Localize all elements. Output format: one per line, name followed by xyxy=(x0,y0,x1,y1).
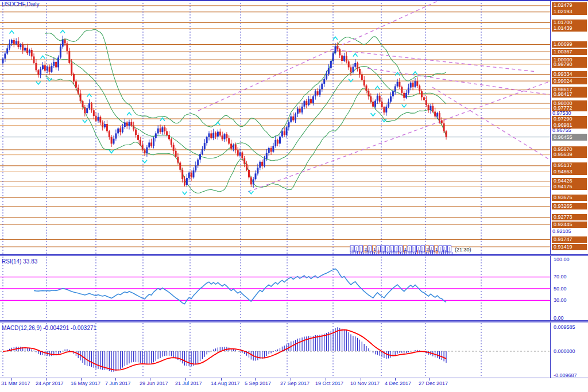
date-label: 10 Nov 2017 xyxy=(350,381,380,386)
sr-level-label: 0.97772 xyxy=(552,105,587,111)
rsi-panel-canvas[interactable] xyxy=(0,257,550,320)
sr-level-label: 0.92773 xyxy=(552,214,587,220)
rsi-macd-separator-light xyxy=(0,321,588,323)
rsi-scale-label: 50.00 xyxy=(554,286,567,292)
rsi-scale-label: 30.00 xyxy=(554,297,567,304)
main-chart-canvas[interactable]: 21121(21:30) xyxy=(0,0,550,254)
price-axis[interactable]: 0.975300.967550.921051.024791.021931.017… xyxy=(550,0,588,392)
macd-scale-label: 0.000000 xyxy=(554,348,575,355)
main-chart-svg[interactable]: 21121(21:30) xyxy=(0,0,550,254)
date-axis[interactable]: 31 Mar 201724 Apr 201716 May 20177 Jun 2… xyxy=(0,378,588,392)
date-label: 27 Dec 2017 xyxy=(419,381,448,386)
rsi-scale-label: 70.00 xyxy=(554,274,567,280)
svg-text:1: 1 xyxy=(435,247,438,252)
sr-level-label: 0.99024 xyxy=(552,78,587,84)
current-price-label: 0.96455 xyxy=(552,134,587,141)
macd-histogram-chart[interactable] xyxy=(0,323,550,377)
date-label: 14 Aug 2017 xyxy=(211,381,240,386)
sr-level-label: 0.93265 xyxy=(552,203,587,209)
sr-level-label: 0.97290 xyxy=(552,116,587,122)
date-label: 5 Sep 2017 xyxy=(245,381,271,386)
sr-level-label: 0.95639 xyxy=(552,152,587,158)
sr-level-label: 0.91747 xyxy=(552,236,587,243)
sr-level-label: 0.92445 xyxy=(552,222,587,228)
chart-window: 21121(21:30) USDCHF,Daily RSI(14) 33.83 … xyxy=(0,0,588,392)
window-top-border xyxy=(0,0,588,1)
date-label: 7 Jun 2017 xyxy=(105,381,131,386)
rsi-line-chart[interactable] xyxy=(0,257,550,320)
sr-level-label: 1.02479 xyxy=(552,2,587,9)
macd-panel-canvas[interactable] xyxy=(0,323,550,377)
main-rsi-separator-light xyxy=(0,255,588,256)
sr-level-label: 1.01439 xyxy=(552,25,587,32)
sr-level-label: 0.99334 xyxy=(552,71,587,77)
date-label: 21 Jul 2017 xyxy=(175,381,202,386)
sr-level-label: 1.02193 xyxy=(552,9,587,15)
date-label: 31 Mar 2017 xyxy=(1,381,30,386)
date-axis-border xyxy=(0,378,588,378)
sr-level-label: 0.94863 xyxy=(552,169,587,175)
svg-text:1: 1 xyxy=(373,247,376,252)
macd-scale-label: 0.009585 xyxy=(554,324,575,331)
sr-level-label: 0.91419 xyxy=(552,244,587,250)
rsi-indicator-label: RSI(14) 33.83 xyxy=(2,258,37,265)
sr-level-label: 1.00699 xyxy=(552,41,587,48)
sr-level-label: 0.99790 xyxy=(552,61,587,68)
sr-level-label: 0.98417 xyxy=(552,91,587,98)
date-label: 19 Oct 2017 xyxy=(315,381,343,386)
price-axis-tick-label: 0.92105 xyxy=(552,228,571,235)
sr-level-label: 0.93675 xyxy=(552,195,587,201)
sr-level-label: 0.95137 xyxy=(552,162,587,169)
date-label: 16 May 2017 xyxy=(71,381,100,386)
date-label: 4 Dec 2017 xyxy=(385,381,411,386)
sr-level-label: 0.96981 xyxy=(552,122,587,129)
candle-timer-label: (21:30) xyxy=(455,247,471,253)
date-label: 29 Jun 2017 xyxy=(140,381,168,386)
chart-title: USDCHF,Daily xyxy=(2,1,40,7)
date-label: 24 Apr 2017 xyxy=(36,381,64,386)
date-label: 27 Sep 2017 xyxy=(280,381,310,386)
rsi-scale-label: 100.00 xyxy=(554,257,570,263)
svg-text:2: 2 xyxy=(426,247,429,252)
sr-level-label: 0.94175 xyxy=(552,184,587,190)
sr-level-label: 1.00367 xyxy=(552,49,587,55)
macd-indicator-label: MACD(12,26,9) -0.004291 -0.003271 xyxy=(2,325,96,331)
